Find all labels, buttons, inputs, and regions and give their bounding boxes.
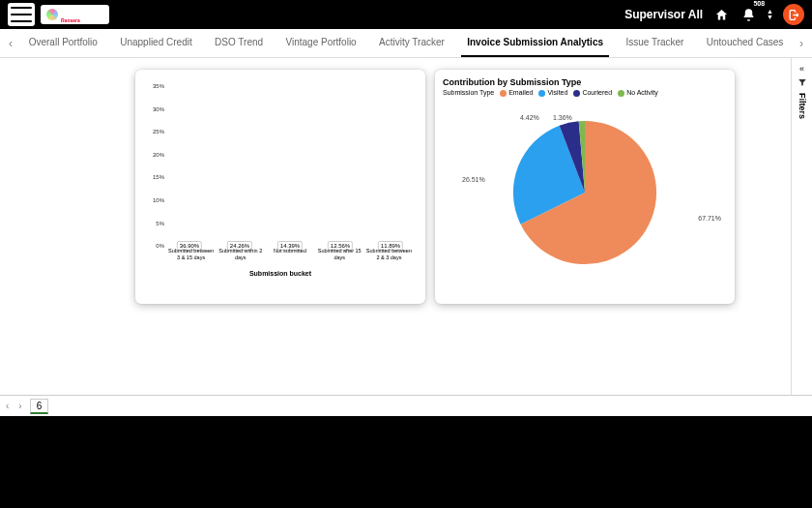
header-right: Supervisor All 508 ▲ ▼	[624, 4, 804, 25]
home-icon	[714, 8, 729, 22]
legend-item-visited: Visited	[538, 89, 567, 97]
user-label: Supervisor All	[624, 8, 703, 21]
menu-button[interactable]	[8, 3, 35, 26]
logout-button[interactable]	[783, 4, 804, 25]
tabs-scroll-left[interactable]: ‹	[4, 37, 17, 50]
y-tick: 0%	[156, 243, 164, 249]
tab-activity-tracker[interactable]: Activity Tracker	[373, 29, 450, 57]
legend-item-noactivity: No Activity	[618, 89, 658, 97]
legend-item-couriered: Couriered	[573, 89, 612, 97]
hamburger-icon	[11, 7, 32, 22]
pie-label-noactivity: 1.36%	[553, 114, 572, 121]
tab-untouched-cases[interactable]: Untouched Cases	[701, 29, 790, 57]
swatch-noactivity-icon	[618, 90, 624, 97]
filters-label: Filters	[798, 93, 807, 119]
y-tick: 20%	[153, 152, 164, 158]
filter-icon	[798, 77, 807, 89]
tabs-scroll-right[interactable]: ›	[795, 37, 808, 50]
x-label: Submitted between 3 & 15 days	[166, 246, 216, 271]
y-tick: 25%	[153, 129, 164, 134]
tab-issue-tracker[interactable]: Issue Tracker	[620, 29, 689, 57]
sort-toggle[interactable]: ▲ ▼	[767, 9, 773, 20]
pie-label-couriered: 4.42%	[520, 114, 539, 121]
pie-legend-label: Submission Type	[443, 89, 494, 96]
dashboard-content: 0%5%10%15%20%25%30%35% 36.90%24.26%14.39…	[0, 58, 812, 395]
tabs-bar: ‹ Overall Portfolio Unapplied Credit DSO…	[0, 29, 812, 58]
pie-chart	[493, 101, 677, 284]
bar-x-labels: Submitted between 3 & 15 daysSubmitted w…	[166, 246, 414, 271]
bell-icon	[741, 8, 756, 22]
brand-subtitle: Ransera	[61, 18, 103, 22]
page-prev[interactable]: ‹	[4, 401, 11, 411]
filters-rail[interactable]: « Filters	[791, 58, 812, 395]
bar-x-title: Submission bucket	[143, 270, 418, 277]
pie-title: Contribution by Submission Type	[443, 77, 727, 87]
y-tick: 30%	[153, 106, 164, 112]
logout-icon	[788, 9, 800, 21]
tab-overall-portfolio[interactable]: Overall Portfolio	[23, 29, 103, 57]
pie-chart-card: Contribution by Submission Type Submissi…	[435, 70, 735, 304]
chevron-down-icon: ▼	[767, 15, 773, 20]
pie-label-emailed: 67.71%	[698, 215, 721, 222]
tab-dso-trend[interactable]: DSO Trend	[209, 29, 269, 57]
legend-item-emailed: Emailed	[500, 89, 533, 97]
tabs-list: Overall Portfolio Unapplied Credit DSO T…	[17, 29, 795, 57]
y-tick: 5%	[156, 221, 164, 226]
swatch-emailed-icon	[500, 90, 507, 97]
bar-plot-area: 36.90%24.26%14.39%12.56%11.89%	[166, 77, 414, 246]
pie-legend: Submission Type Emailed Visited Couriere…	[443, 89, 727, 97]
swatch-visited-icon	[538, 90, 545, 97]
tab-unapplied-credit[interactable]: Unapplied Credit	[114, 29, 198, 57]
notifications-button[interactable]: 508	[740, 6, 757, 23]
x-label: Submitted within 2 days	[216, 246, 265, 271]
y-tick: 35%	[153, 83, 164, 89]
bar-chart: 0%5%10%15%20%25%30%35% 36.90%24.26%14.39…	[143, 77, 418, 271]
bar-y-axis: 0%5%10%15%20%25%30%35%	[143, 77, 166, 246]
y-tick: 10%	[153, 197, 164, 203]
pager-bar: ‹ › 6	[0, 395, 812, 416]
x-label: Not submitted	[265, 246, 314, 271]
page-number[interactable]: 6	[30, 399, 49, 414]
x-label: Submitted between 2 & 3 days	[364, 246, 414, 271]
collapse-icon: «	[799, 64, 804, 74]
y-tick: 15%	[153, 174, 164, 180]
home-button[interactable]	[712, 6, 730, 23]
bar-chart-card: 0%5%10%15%20%25%30%35% 36.90%24.26%14.39…	[135, 70, 425, 304]
brand-glyph-icon	[46, 9, 58, 20]
app-header: IneBura Ransera Supervisor All 508 ▲ ▼	[0, 0, 812, 29]
pie-label-visited: 26.51%	[462, 176, 485, 183]
brand-logo[interactable]: IneBura Ransera	[41, 5, 109, 24]
tab-vintage-portfolio[interactable]: Vintage Portfolio	[279, 29, 362, 57]
swatch-couriered-icon	[573, 90, 580, 97]
notification-badge: 508	[753, 0, 765, 7]
page-next[interactable]: ›	[16, 401, 23, 411]
tab-invoice-submission-analytics[interactable]: Invoice Submission Analytics	[461, 29, 609, 57]
x-label: Submitted after 15 days	[315, 246, 364, 271]
